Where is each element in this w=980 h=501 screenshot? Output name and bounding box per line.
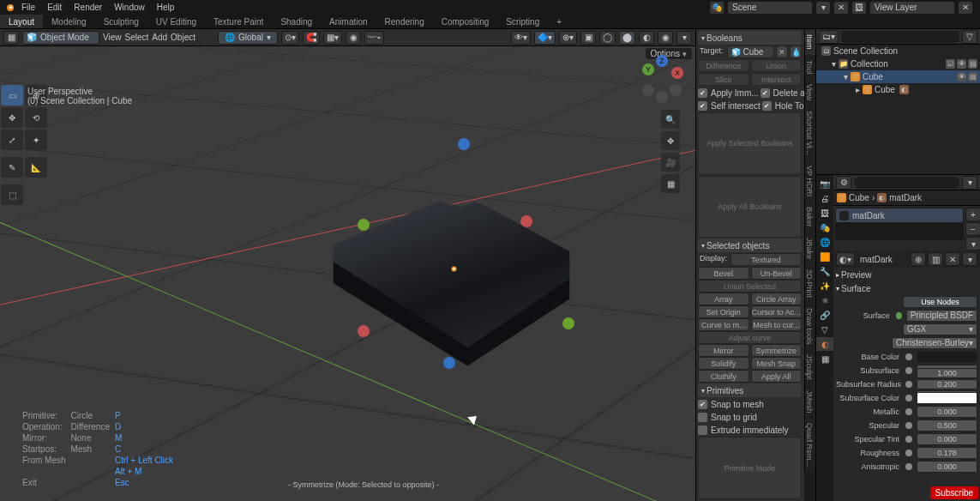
shading-matprev[interactable]: ◐ [639, 31, 654, 45]
material-slot-list[interactable]: matDark [835, 208, 964, 240]
ptab-material[interactable]: ◐ [816, 337, 833, 351]
tab-texpaint[interactable]: Texture Paint [205, 15, 272, 28]
chk-snap-mesh[interactable] [698, 400, 707, 409]
pivot-select[interactable]: ⊙▾ [281, 31, 299, 45]
shading-rendered[interactable]: ◉ [658, 31, 673, 45]
sel-btn[interactable]: Mirror [698, 344, 749, 357]
nav-pan-icon[interactable]: ✥ [661, 131, 680, 150]
mat-fakeuser-button[interactable]: ⊕ [911, 252, 926, 266]
ntab-jsculpt[interactable]: JSculpt [804, 349, 815, 385]
axis-handle[interactable] [458, 138, 470, 150]
section-surface-header[interactable]: Surface [836, 282, 977, 294]
chk-snap-grid[interactable] [698, 413, 707, 422]
distribution-select[interactable]: GGX▾ [903, 323, 977, 335]
mat-Specular-num[interactable]: 0.500 [917, 420, 977, 432]
section-selected-header[interactable]: Selected objects [698, 238, 802, 252]
viewlayer-name-field[interactable]: View Layer [869, 1, 955, 15]
scene-name-field[interactable]: Scene [727, 1, 813, 15]
outliner-row-cube-active[interactable]: ▾▽Cube👁▤ [816, 70, 980, 83]
chk-extrude-imm[interactable] [698, 426, 707, 435]
viewport-add-menu[interactable]: Add [152, 33, 167, 42]
section-preview-header[interactable]: Preview [836, 269, 977, 281]
menu-edit[interactable]: Edit [41, 3, 68, 12]
ptab-physics[interactable]: ⚛ [816, 293, 833, 307]
surface-shader-select[interactable]: Principled BSDF [906, 310, 977, 322]
overlay-btn[interactable]: ⊕▾ [559, 31, 577, 45]
mat-name-field[interactable]: matDark [857, 253, 909, 266]
ptab-output[interactable]: 🖨 [816, 191, 833, 205]
tool-annotate[interactable]: ✎ [1, 157, 23, 178]
chk-hole-tolerant[interactable] [762, 101, 772, 111]
tool-measure[interactable]: 📐 [25, 157, 47, 178]
tool-select-box[interactable]: ▭ [1, 85, 23, 106]
mat-browse-button[interactable]: ◐▾ [836, 252, 855, 266]
slot-remove-button[interactable]: − [965, 222, 980, 236]
tab-modeling[interactable]: Modeling [43, 15, 95, 28]
tab-animation[interactable]: Animation [321, 15, 376, 28]
section-booleans-header[interactable]: Booleans [698, 31, 802, 45]
tab-add[interactable]: + [548, 15, 570, 28]
mode-select[interactable]: 🧊Object Mode [22, 31, 99, 45]
sel-btn[interactable]: Union Selected [698, 280, 802, 293]
ntab-jbake[interactable]: JBake [804, 232, 815, 264]
gizmo-btn[interactable]: 🔷▾ [534, 31, 556, 45]
slot-add-button[interactable]: + [965, 208, 980, 221]
editor-type-icon[interactable]: ▦ [3, 31, 19, 45]
viewport-select-menu[interactable]: Select [125, 33, 149, 42]
tab-layout[interactable]: Layout [0, 15, 43, 28]
tool-move[interactable]: ✥ [1, 107, 23, 128]
snap-target[interactable]: ▦▾ [323, 31, 342, 45]
ntab-draw-tools[interactable]: Draw tools [804, 303, 815, 350]
outliner-row-cube-child[interactable]: ▸▽Cube◐ [816, 83, 980, 96]
ntab-vp-hdri[interactable]: VP HDRI [804, 160, 815, 202]
mat-Metallic-num[interactable]: 0.000 [917, 406, 977, 418]
ptab-viewlayer[interactable]: 🖼 [816, 206, 833, 220]
sel-btn[interactable]: Mesh to cur... [751, 318, 803, 331]
chk-apply-imm[interactable] [698, 88, 707, 98]
tool-add-prim[interactable]: ⬚ [1, 184, 23, 205]
viewport-view-menu[interactable]: View [103, 33, 122, 42]
ptab-constraints[interactable]: 🔗 [816, 308, 833, 322]
ntab--d-print[interactable]: 3D-Print [804, 264, 815, 303]
ntab-shortcut-vi-[interactable]: Shortcut Vi... [804, 106, 815, 160]
ntab-item[interactable]: Item [804, 29, 815, 55]
tab-scripting[interactable]: Scripting [497, 15, 548, 28]
outliner-filter-icon[interactable]: ▽ [962, 30, 977, 44]
chk-self-intersect[interactable] [698, 101, 707, 111]
tab-compositing[interactable]: Compositing [433, 15, 498, 28]
nav-camera-icon[interactable]: 🎥 [661, 153, 680, 172]
ptab-particles[interactable]: ✨ [816, 279, 833, 293]
ptab-data[interactable]: ▽ [816, 323, 833, 336]
viewlayer-del-button[interactable]: ✕ [958, 1, 973, 15]
tab-sculpting[interactable]: Sculpting [95, 15, 147, 28]
scene-new-button[interactable]: ▾ [815, 1, 831, 15]
ntab-view[interactable]: View [804, 79, 815, 106]
ntab-quad-rem-[interactable]: Quad Rem... [804, 418, 815, 472]
section-primitives-header[interactable]: Primitives [698, 383, 802, 397]
bool-slice-button[interactable]: Slice [698, 73, 749, 86]
active-object-cube[interactable] [326, 196, 574, 368]
orientation-select[interactable]: 🌐 Global ▾ [218, 31, 278, 45]
ntab-jmesh[interactable]: JMesh [804, 385, 815, 419]
shading-solid[interactable]: ⬤ [619, 31, 635, 45]
sel-btn[interactable]: Set Origin [698, 305, 749, 318]
menu-window[interactable]: Window [108, 3, 151, 12]
ptab-scene[interactable]: 🎭 [816, 220, 833, 234]
outliner-type-icon[interactable]: 🗂▾ [819, 30, 839, 44]
material-slot[interactable]: matDark [836, 208, 963, 222]
apply-sel-booleans-button[interactable]: Apply Selected Booleans [698, 112, 802, 175]
tab-shading[interactable]: Shading [272, 15, 321, 28]
sel-btn[interactable]: Un-Bevel [751, 267, 803, 280]
display-select[interactable]: Textured [730, 253, 802, 266]
sel-btn[interactable]: Clothify [698, 370, 749, 383]
tool-transform[interactable]: ✦ [25, 130, 47, 150]
sss-method-select[interactable]: Christensen-Burley▾ [892, 337, 977, 349]
mat-Base Color-swatch[interactable] [917, 351, 977, 363]
bool-intersect-button[interactable]: Intersect [751, 73, 803, 86]
mat-unlink-button[interactable]: ✕ [945, 252, 960, 266]
viewport-3d[interactable]: Options ▾ ▭⊕ ✥⟲ ⤢✦ ✎📐 ⬚ User [0, 46, 695, 501]
bool-union-button[interactable]: Union [751, 59, 803, 72]
scene-icon[interactable]: 🎭 [709, 1, 724, 15]
tab-rendering[interactable]: Rendering [376, 15, 433, 28]
props-search-input[interactable] [854, 177, 959, 189]
